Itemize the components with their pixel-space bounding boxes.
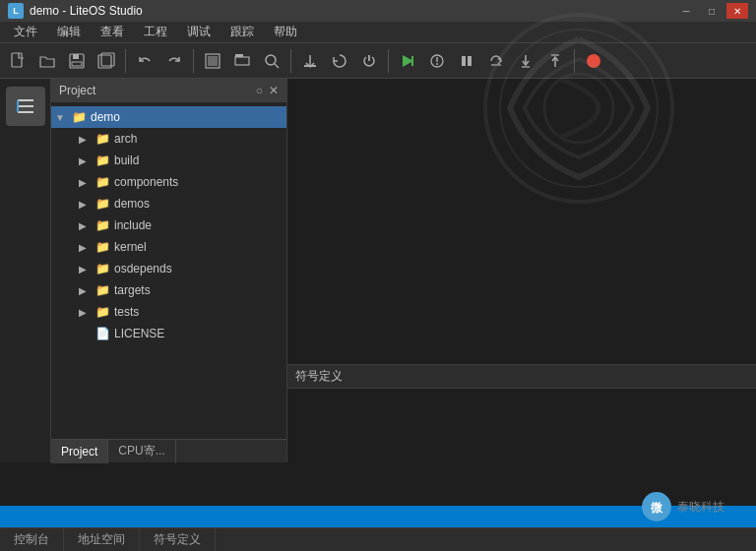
tree-arrow-demo: ▼ bbox=[55, 112, 71, 123]
tree-folder-icon-include: 📁 bbox=[94, 217, 110, 233]
toolbar-sep-1 bbox=[125, 49, 126, 73]
tree-arrow-build: ▶ bbox=[79, 155, 94, 166]
tree-item-targets[interactable]: ▶ 📁 targets bbox=[51, 279, 286, 301]
panel-minimize-btn[interactable]: ○ bbox=[256, 84, 263, 97]
brand-name: 泰晓科技 bbox=[677, 499, 724, 516]
project-panel-title: Project bbox=[59, 84, 95, 97]
menu-view[interactable]: 查看 bbox=[91, 22, 134, 43]
toolbar-save[interactable] bbox=[63, 47, 91, 75]
editor-area bbox=[287, 79, 756, 364]
tree-item-include[interactable]: ▶ 📁 include bbox=[51, 214, 286, 236]
tree-item-license[interactable]: ▶ 📄 LICENSE bbox=[51, 323, 286, 344]
tree-item-demos[interactable]: ▶ 📁 demos bbox=[51, 193, 286, 214]
toolbar-debug[interactable] bbox=[423, 47, 451, 75]
app-logo-watermark bbox=[480, 10, 677, 207]
menu-help[interactable]: 帮助 bbox=[264, 22, 307, 43]
svg-point-30 bbox=[485, 15, 672, 202]
toolbar-redo[interactable] bbox=[160, 47, 188, 75]
panel-header-controls: ○ ✕ bbox=[256, 84, 279, 97]
panel-tab-cpu[interactable]: CPU寄... bbox=[108, 440, 175, 463]
tree-file-icon-license: 📄 bbox=[94, 326, 110, 341]
bottom-tab-console[interactable]: 控制台 bbox=[0, 528, 64, 552]
left-sidebar bbox=[0, 79, 51, 462]
tree-label-license: LICENSE bbox=[114, 327, 164, 340]
tree-label-components: components bbox=[114, 175, 178, 189]
svg-text:微: 微 bbox=[650, 501, 663, 515]
tree-folder-icon-targets: 📁 bbox=[94, 282, 110, 298]
toolbar-flash[interactable] bbox=[296, 47, 324, 75]
project-panel: Project ○ ✕ ▼ 📁 demo ▶ 📁 arch ▶ 📁 bu bbox=[51, 79, 287, 462]
tree-arrow-targets: ▶ bbox=[79, 285, 94, 296]
symbol-panel: 符号定义 bbox=[287, 364, 756, 462]
svg-rect-12 bbox=[304, 65, 316, 67]
toolbar-pause[interactable] bbox=[453, 47, 480, 75]
tree-arrow-kernel: ▶ bbox=[79, 242, 94, 253]
project-panel-tabs: Project CPU寄... bbox=[51, 439, 286, 462]
brand-watermark: 微 泰晓科技 bbox=[642, 492, 736, 521]
svg-point-17 bbox=[436, 63, 438, 65]
panel-tab-project[interactable]: Project bbox=[51, 440, 108, 463]
toolbar-power[interactable] bbox=[355, 47, 383, 75]
tree-folder-icon-build: 📁 bbox=[94, 153, 110, 168]
tree-folder-icon-kernel: 📁 bbox=[94, 239, 110, 255]
tree-item-kernel[interactable]: ▶ 📁 kernel bbox=[51, 236, 286, 258]
tree-arrow-osdepends: ▶ bbox=[79, 264, 94, 275]
sidebar-tool-main[interactable] bbox=[6, 87, 45, 126]
project-panel-header: Project ○ ✕ bbox=[51, 79, 286, 102]
tree-label-demo: demo bbox=[91, 110, 120, 124]
toolbar-sep-2 bbox=[193, 49, 194, 73]
toolbar-reset[interactable] bbox=[326, 47, 353, 75]
project-tree: ▼ 📁 demo ▶ 📁 arch ▶ 📁 build ▶ 📁 componen… bbox=[51, 102, 286, 439]
svg-rect-9 bbox=[235, 54, 243, 57]
svg-rect-19 bbox=[468, 56, 472, 66]
toolbar-open[interactable] bbox=[33, 47, 61, 75]
tree-folder-icon-demo: 📁 bbox=[71, 109, 87, 125]
tree-label-build: build bbox=[114, 153, 139, 167]
tree-item-tests[interactable]: ▶ 📁 tests bbox=[51, 301, 286, 323]
tree-arrow-arch: ▶ bbox=[79, 134, 94, 145]
tree-root-demo[interactable]: ▼ 📁 demo bbox=[51, 106, 286, 128]
svg-point-10 bbox=[266, 55, 276, 65]
toolbar-undo[interactable] bbox=[131, 47, 158, 75]
toolbar-new[interactable] bbox=[4, 47, 32, 75]
menu-trace[interactable]: 跟踪 bbox=[220, 22, 264, 43]
tree-arrow-components: ▶ bbox=[79, 177, 94, 188]
tree-arrow-license: ▶ bbox=[79, 329, 94, 339]
tree-arrow-tests: ▶ bbox=[79, 307, 94, 318]
bottom-tab-symbol[interactable]: 符号定义 bbox=[140, 528, 216, 552]
svg-rect-8 bbox=[235, 57, 249, 65]
app-icon: L bbox=[8, 3, 24, 19]
brand-icon: 微 bbox=[642, 492, 671, 521]
center-column: 符号定义 bbox=[287, 79, 756, 462]
symbol-panel-header: 符号定义 bbox=[287, 365, 756, 389]
tree-item-arch[interactable]: ▶ 📁 arch bbox=[51, 128, 286, 150]
main-area: Project ○ ✕ ▼ 📁 demo ▶ 📁 arch ▶ 📁 bu bbox=[0, 79, 756, 462]
tree-label-targets: targets bbox=[114, 283, 151, 297]
tree-folder-icon-osdepends: 📁 bbox=[94, 261, 110, 276]
tree-label-kernel: kernel bbox=[114, 240, 147, 254]
menu-edit[interactable]: 编辑 bbox=[47, 22, 91, 43]
tree-label-arch: arch bbox=[114, 132, 137, 146]
tree-item-build[interactable]: ▶ 📁 build bbox=[51, 150, 286, 171]
bottom-tab-address[interactable]: 地址空间 bbox=[64, 528, 140, 552]
toolbar-save-all[interactable] bbox=[93, 47, 120, 75]
tree-label-demos: demos bbox=[114, 197, 150, 211]
toolbar-build[interactable] bbox=[199, 47, 226, 75]
close-button[interactable]: ✕ bbox=[726, 3, 748, 19]
svg-rect-7 bbox=[208, 56, 218, 66]
svg-marker-14 bbox=[411, 56, 413, 66]
toolbar-play[interactable] bbox=[394, 47, 421, 75]
tree-folder-icon-arch: 📁 bbox=[94, 131, 110, 147]
maximize-button[interactable]: □ bbox=[701, 3, 723, 19]
tree-item-osdepends[interactable]: ▶ 📁 osdepends bbox=[51, 258, 286, 279]
toolbar-rebuild[interactable] bbox=[228, 47, 256, 75]
symbol-panel-title: 符号定义 bbox=[295, 368, 343, 385]
menu-project[interactable]: 工程 bbox=[134, 22, 177, 43]
menu-debug[interactable]: 调试 bbox=[177, 22, 220, 43]
tree-folder-icon-tests: 📁 bbox=[94, 304, 110, 320]
tree-item-components[interactable]: ▶ 📁 components bbox=[51, 171, 286, 193]
panel-close-btn[interactable]: ✕ bbox=[269, 84, 279, 97]
toolbar-find[interactable] bbox=[258, 47, 285, 75]
menu-file[interactable]: 文件 bbox=[4, 22, 47, 43]
minimize-button[interactable]: ─ bbox=[675, 3, 697, 19]
